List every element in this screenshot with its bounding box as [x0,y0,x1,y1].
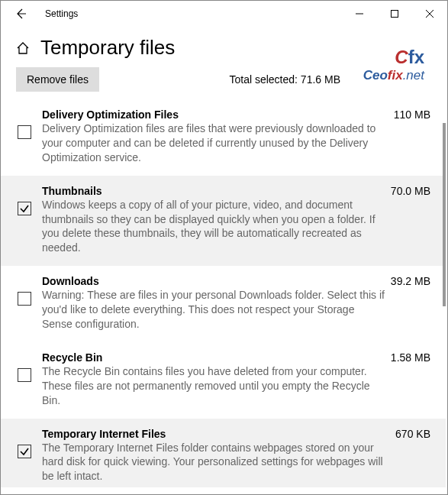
titlebar: Settings [1,1,447,27]
window-title: Settings [45,8,342,19]
minimize-button[interactable] [342,1,377,27]
item-size: 670 KB [377,428,430,440]
item-title: Thumbnails [42,185,377,197]
checkmark-icon [19,446,30,457]
item-description: Delivery Optimization files are files th… [42,121,430,165]
item-description: Warning: These are files in your persona… [42,288,430,332]
item-title: Temporary Internet Files [42,428,377,440]
checkbox-wrap [18,351,34,408]
item-size: 39.2 MB [377,275,430,287]
svg-rect-1 [392,11,398,18]
item-head: Downloads39.2 MB [42,275,430,287]
home-icon [16,41,30,55]
item-description: The Recycle Bin contains files you have … [42,364,430,408]
item-description: The Temporary Internet Files folder cont… [42,441,430,484]
item-head: Recycle Bin1.58 MB [42,351,430,364]
checkbox-wrap [18,185,34,256]
checkbox-wrap [18,428,34,484]
item-content: Temporary Internet Files670 KBThe Tempor… [34,428,430,484]
item-title: Downloads [42,275,377,287]
checkbox[interactable] [18,292,31,306]
checkbox[interactable] [18,445,31,458]
item-content: Downloads39.2 MBWarning: These are files… [34,275,430,332]
list-item[interactable]: Temporary Internet Files670 KBThe Tempor… [1,419,446,487]
item-title: Recycle Bin [42,351,377,364]
checkmark-icon [19,203,30,214]
remove-files-button[interactable]: Remove files [16,67,99,92]
checkbox[interactable] [18,202,31,215]
scrollbar-thumb[interactable] [443,123,446,306]
maximize-button[interactable] [377,1,412,27]
logo-url: Ceofix.net [363,68,424,83]
item-size: 70.0 MB [377,185,430,197]
file-categories-list[interactable]: Delivery Optimization Files110 MBDeliver… [1,99,447,487]
item-content: Thumbnails70.0 MBWindows keeps a copy of… [34,185,430,256]
list-item[interactable]: Delivery Optimization Files110 MBDeliver… [1,99,446,176]
item-description: Windows keeps a copy of all of your pict… [42,198,430,256]
window-controls [342,1,447,27]
item-size: 1.58 MB [377,351,430,364]
list-item[interactable]: Recycle Bin1.58 MBThe Recycle Bin contai… [1,342,446,419]
watermark-logo: Cfx Ceofix.net [363,47,424,83]
checkbox[interactable] [18,125,31,139]
checkbox[interactable] [18,368,31,382]
minimize-icon [356,10,363,18]
close-icon [426,10,433,18]
item-head: Thumbnails70.0 MB [42,185,430,197]
checkbox-wrap [18,275,34,332]
item-size: 110 MB [377,108,430,121]
item-content: Delivery Optimization Files110 MBDeliver… [34,108,430,165]
item-content: Recycle Bin1.58 MBThe Recycle Bin contai… [34,351,430,408]
arrow-left-icon [15,8,27,20]
checkbox-wrap [18,108,34,165]
back-button[interactable] [5,1,36,27]
list-item[interactable]: Thumbnails70.0 MBWindows keeps a copy of… [1,176,446,267]
item-head: Temporary Internet Files670 KB [42,428,430,440]
logo-top: Cfx [363,47,424,68]
item-title: Delivery Optimization Files [42,108,377,121]
list-item[interactable]: Downloads39.2 MBWarning: These are files… [1,266,446,342]
home-button[interactable] [16,41,30,55]
maximize-icon [391,10,398,18]
close-button[interactable] [412,1,447,27]
total-selected-label: Total selected: 71.6 MB [229,73,340,86]
item-head: Delivery Optimization Files110 MB [42,108,430,121]
